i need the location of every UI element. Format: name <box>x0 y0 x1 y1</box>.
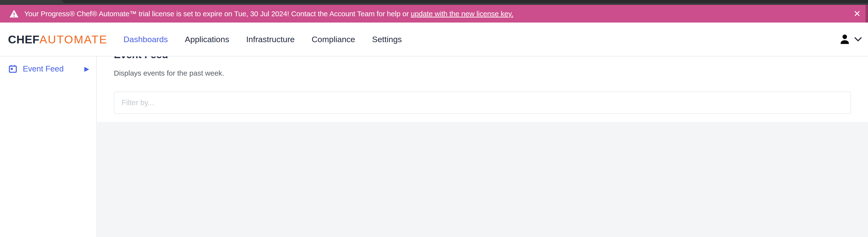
sidebar-item-label: Event Feed <box>23 64 64 73</box>
browser-tab-strip <box>0 0 868 5</box>
license-warning-message: Your Progress® Chef® Automate™ trial lic… <box>24 10 411 18</box>
nav-item-infrastructure[interactable]: Infrastructure <box>246 35 294 44</box>
license-warning-text: Your Progress® Chef® Automate™ trial lic… <box>24 10 513 18</box>
scrollbar-thumb[interactable] <box>866 5 868 23</box>
chef-automate-app: Your Progress® Chef® Automate™ trial lic… <box>0 0 868 237</box>
warning-triangle-icon <box>9 9 19 19</box>
expand-arrow-icon: ▶ <box>84 65 89 73</box>
user-menu[interactable] <box>838 33 862 46</box>
event-feed-section: Total events 0 Creations 0 Deletions 0 U… <box>97 122 868 237</box>
chef-automate-logo[interactable]: CHEFAUTOMATE <box>8 33 107 46</box>
license-warning-banner: Your Progress® Chef® Automate™ trial lic… <box>0 5 868 23</box>
app-header: CHEFAUTOMATE Dashboards Applications Inf… <box>0 23 868 56</box>
update-license-link[interactable]: update with the new license key. <box>411 10 513 18</box>
nav-item-settings[interactable]: Settings <box>372 35 402 44</box>
calendar-icon <box>8 64 18 73</box>
chevron-down-icon <box>855 37 862 41</box>
user-icon <box>838 33 851 46</box>
close-icon[interactable]: ✕ <box>851 8 863 19</box>
nav-item-dashboards[interactable]: Dashboards <box>124 35 168 44</box>
main-nav: Dashboards Applications Infrastructure C… <box>124 35 402 44</box>
logo-automate-text: AUTOMATE <box>39 33 107 46</box>
filter-input[interactable] <box>114 92 851 114</box>
browser-toolbar-edge <box>0 3 868 5</box>
logo-chef-text: CHEF <box>8 33 39 46</box>
sidebar-item-event-feed[interactable]: Event Feed ▶ <box>0 61 96 77</box>
page-subtitle: Displays events for the past week. <box>114 69 224 77</box>
sidebar: Event Feed ▶ <box>0 56 97 237</box>
nav-item-compliance[interactable]: Compliance <box>312 35 355 44</box>
nav-item-applications[interactable]: Applications <box>185 35 229 44</box>
